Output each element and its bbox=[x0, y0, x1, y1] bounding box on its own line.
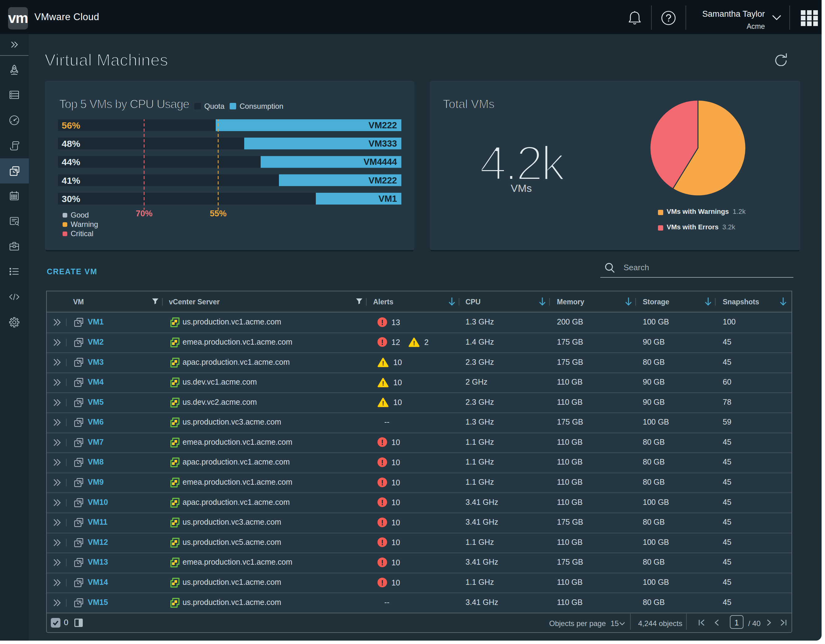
svg-text:VMs: VMs bbox=[511, 182, 532, 194]
svg-text:!: ! bbox=[382, 400, 384, 406]
svg-text:!: ! bbox=[382, 380, 384, 387]
svg-text:Virtual Machines: Virtual Machines bbox=[45, 51, 168, 69]
svg-text:!: ! bbox=[382, 360, 384, 367]
svg-text:Top 5 VMs by CPU Usage: Top 5 VMs by CPU Usage bbox=[59, 97, 189, 111]
svg-text:!: ! bbox=[413, 340, 415, 346]
